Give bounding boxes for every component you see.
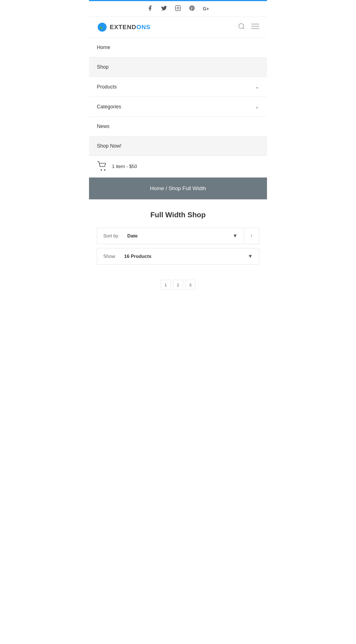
nav-item-news[interactable]: News [89, 117, 267, 136]
svg-point-2 [98, 23, 107, 32]
pagination: 1 2 3 [89, 274, 267, 295]
nav-item-shop[interactable]: Shop [89, 57, 267, 77]
cart-text: 1 item - $50 [112, 164, 137, 169]
nav-item-categories[interactable]: Categories ⌄ [89, 97, 267, 117]
sort-label: Sort by [97, 228, 125, 244]
nav-item-categories-label: Categories [97, 104, 121, 110]
twitter-icon[interactable] [161, 5, 167, 13]
header-actions [238, 23, 259, 32]
breadcrumb: Home / Shop Full Width [150, 185, 206, 191]
logo-extend: EXTEND [110, 24, 136, 31]
logo[interactable]: EXTENDONS [97, 22, 151, 32]
show-filter-row: Show 16 Products ▼ [97, 248, 259, 265]
logo-ons: ONS [136, 24, 151, 31]
breadcrumb-banner: Home / Shop Full Width [89, 178, 267, 199]
googleplus-icon[interactable]: G+ [203, 6, 209, 11]
chevron-down-icon: ⌄ [255, 84, 259, 90]
svg-point-8 [101, 169, 102, 171]
page-title: Full Width Shop [97, 211, 259, 219]
filter-area: Sort by Date ▼ ↑ Show 16 Products ▼ [89, 225, 267, 274]
page-num-2[interactable]: 2 [173, 280, 183, 290]
logo-icon [97, 22, 107, 32]
nav-item-shopnow[interactable]: Shop Now! [89, 136, 267, 156]
hamburger-menu-icon[interactable] [251, 23, 259, 31]
nav-item-products-label: Products [97, 84, 117, 90]
pinterest-icon[interactable] [189, 5, 195, 13]
nav-item-products[interactable]: Products ⌄ [89, 77, 267, 97]
sort-filter-row: Sort by Date ▼ ↑ [97, 228, 259, 244]
svg-point-9 [104, 169, 106, 171]
svg-line-4 [243, 28, 244, 29]
facebook-icon[interactable] [147, 5, 153, 13]
cart-icon [97, 161, 107, 172]
nav-menu: Home Shop Products ⌄ Categories ⌄ News S… [89, 38, 267, 156]
show-chevron-icon[interactable]: ▼ [242, 248, 259, 264]
sort-chevron-icon[interactable]: ▼ [226, 228, 244, 244]
page-num-1[interactable]: 1 [161, 280, 171, 290]
nav-item-news-label: News [97, 123, 109, 129]
social-bar: G+ [89, 0, 267, 17]
nav-item-shopnow-label: Shop Now! [97, 143, 121, 149]
svg-point-3 [239, 24, 243, 28]
chevron-down-icon: ⌄ [255, 104, 259, 110]
logo-text: EXTENDONS [110, 24, 151, 31]
googleplus-label: G+ [203, 6, 209, 11]
page-title-area: Full Width Shop [89, 199, 267, 225]
instagram-icon[interactable] [175, 5, 181, 13]
page-num-3[interactable]: 3 [185, 280, 195, 290]
sort-order-button[interactable]: ↑ [244, 228, 259, 244]
search-icon[interactable] [238, 23, 245, 32]
sort-value: Date [125, 228, 226, 244]
show-value: 16 Products [121, 249, 242, 264]
show-label: Show [97, 249, 121, 264]
svg-rect-0 [175, 6, 181, 11]
nav-item-home[interactable]: Home [89, 38, 267, 57]
header: EXTENDONS [89, 17, 267, 38]
nav-item-home-label: Home [97, 45, 110, 50]
nav-item-shop-label: Shop [97, 64, 109, 70]
cart-bar[interactable]: 1 item - $50 [89, 156, 267, 178]
